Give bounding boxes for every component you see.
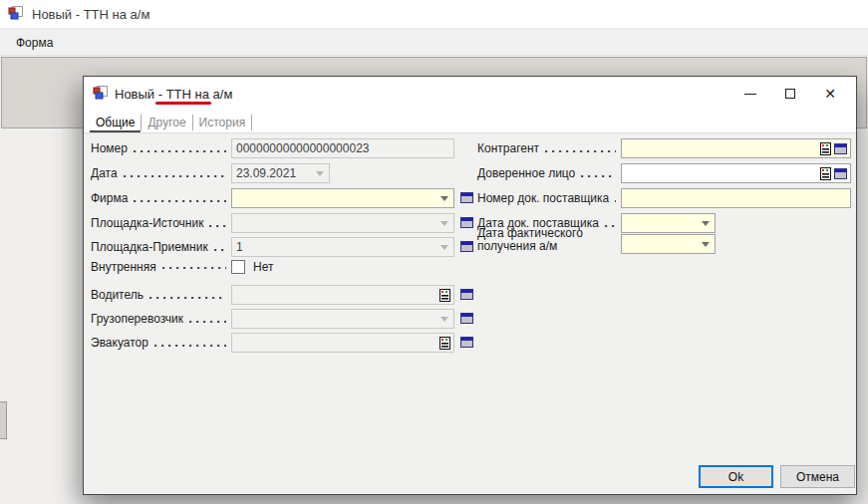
nomer-dok-postavshchika-textbox[interactable] <box>621 188 851 208</box>
open-form-button[interactable] <box>834 168 847 179</box>
kontragent-field[interactable] <box>621 138 851 158</box>
cancel-button[interactable]: Отмена <box>780 465 855 488</box>
menu-bar: Форма <box>0 30 868 56</box>
dotted-leader <box>154 343 226 349</box>
field-label: Доверенное лицо <box>477 166 575 180</box>
list-select-button[interactable] <box>820 142 831 155</box>
maximize-button[interactable] <box>770 81 810 107</box>
field-row-gruzoperevozchik: Грузоперевозчик <box>84 309 856 329</box>
chevron-down-icon[interactable] <box>702 221 710 230</box>
field-label: Дата фактического получения а/м <box>477 227 622 253</box>
gruzoperevozchik-combobox[interactable] <box>231 309 454 329</box>
open-form-icon <box>834 168 847 179</box>
field-label: Номер док. поставщика <box>477 191 609 205</box>
open-form-icon <box>460 313 473 324</box>
ok-button[interactable]: Ok <box>699 465 773 488</box>
open-form-button[interactable] <box>459 288 474 301</box>
chevron-down-icon[interactable] <box>440 317 448 326</box>
doverennoe-litso-field[interactable] <box>621 163 851 183</box>
field-row-data-fakticheskogo-polucheniya: Дата фактического получения а/м <box>84 234 856 254</box>
dotted-leader <box>149 295 226 301</box>
field-row-vnutrennyaya: Внутренняя Нет <box>84 259 856 275</box>
open-form-icon <box>460 289 473 300</box>
field-row-nomer-dok-postavshchika: Номер док. поставщика <box>84 188 856 208</box>
open-form-button[interactable] <box>459 336 474 349</box>
tab-obshchie[interactable]: Общие <box>90 114 141 132</box>
field-row-kontragent: Контрагент <box>84 138 856 158</box>
minimize-icon <box>744 94 756 95</box>
dotted-leader <box>162 265 226 271</box>
field-label: Водитель <box>91 288 144 302</box>
list-select-button[interactable] <box>439 337 450 350</box>
background-window-titlebar: Новый - ТТН на а/м <box>0 0 868 29</box>
open-form-icon <box>834 143 847 154</box>
open-form-icon <box>460 337 473 348</box>
field-row-voditel: Водитель <box>84 285 856 305</box>
dialog-window: Новый - ТТН на а/м ✕ Общие Другое Истори… <box>83 76 857 495</box>
field-row-evakuator: Эвакуатор <box>84 333 856 353</box>
data-fakticheskogo-polucheniya-combobox[interactable] <box>621 234 716 254</box>
red-underline-annotation <box>155 102 211 105</box>
field-label: Грузоперевозчик <box>91 312 183 326</box>
tab-drugoe[interactable]: Другое <box>142 114 191 132</box>
dotted-leader <box>615 198 616 204</box>
checkbox-label: Нет <box>253 259 273 275</box>
maximize-icon <box>785 89 795 99</box>
dotted-leader <box>581 173 616 179</box>
minimize-button[interactable] <box>730 81 770 107</box>
close-icon: ✕ <box>824 87 836 101</box>
field-label: Внутренняя <box>91 260 156 274</box>
list-select-button[interactable] <box>439 289 450 302</box>
chevron-down-icon[interactable] <box>702 242 710 251</box>
list-select-icon <box>820 167 831 180</box>
list-select-icon <box>820 142 831 155</box>
evakuator-field[interactable] <box>231 333 454 353</box>
field-label: Контрагент <box>477 141 539 155</box>
field-row-doverennoe-litso: Доверенное лицо <box>84 163 856 183</box>
app-icon <box>93 85 109 104</box>
open-form-button[interactable] <box>834 143 847 154</box>
list-select-icon <box>439 337 450 350</box>
tab-strip: Общие Другое История <box>90 113 252 132</box>
vnutrennyaya-checkbox[interactable] <box>231 260 245 274</box>
field-row-data-dok-postavshchika: Дата док. поставщика <box>84 213 856 233</box>
dotted-leader <box>545 148 616 154</box>
data-dok-postavshchika-combobox[interactable] <box>621 213 716 233</box>
dialog-title: Новый - ТТН на а/м <box>115 87 232 102</box>
field-label: Эвакуатор <box>91 336 148 350</box>
voditel-field[interactable] <box>231 285 454 305</box>
close-button[interactable]: ✕ <box>810 81 850 107</box>
list-select-button[interactable] <box>820 167 831 180</box>
menu-item-forma[interactable]: Форма <box>0 36 63 50</box>
list-select-icon <box>439 289 450 302</box>
dialog-titlebar: Новый - ТТН на а/м ✕ <box>84 77 856 111</box>
open-form-button[interactable] <box>459 312 474 325</box>
app-icon <box>8 5 24 24</box>
tab-istoriya[interactable]: История <box>193 114 252 132</box>
dotted-leader <box>189 319 226 325</box>
scrollbar-fragment[interactable] <box>0 401 7 439</box>
background-window-title: Новый - ТТН на а/м <box>32 7 149 22</box>
